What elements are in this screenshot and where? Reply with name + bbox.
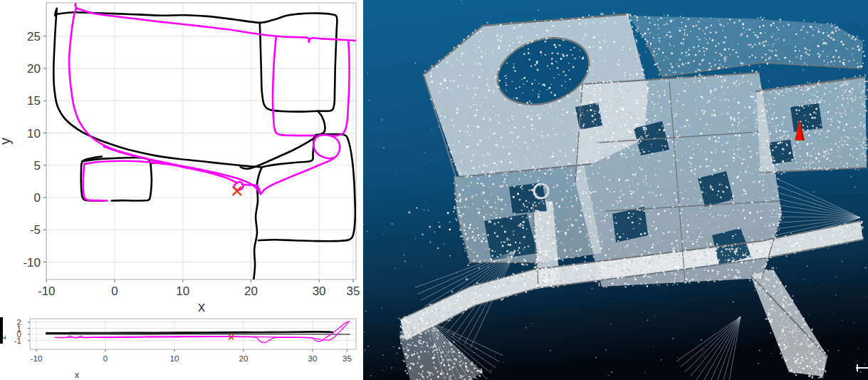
trajectory-plots-panel: -10010203035-10-50510152025xy -100102030…	[0, 0, 363, 380]
svg-text:20: 20	[239, 354, 249, 363]
trajectory_black-path	[46, 332, 350, 335]
svg-text:10: 10	[170, 354, 179, 363]
pointcloud-panel	[363, 0, 868, 380]
svg-text:0: 0	[103, 354, 108, 363]
svg-text:-1: -1	[14, 337, 21, 345]
svg-text:-10: -10	[31, 354, 43, 363]
xz-elevation-plot: -10010203035210-1xz	[0, 316, 363, 380]
svg-text:-5: -5	[30, 223, 41, 237]
xy_plot-xlabel: x	[198, 299, 205, 314]
svg-text:-10: -10	[38, 284, 56, 298]
trajectory_magenta-path	[69, 2, 357, 201]
svg-text:30: 30	[308, 354, 318, 363]
svg-text:35: 35	[346, 284, 360, 298]
svg-text:-10: -10	[23, 256, 41, 269]
svg-text:0: 0	[34, 191, 41, 205]
pointcloud-3d-view	[363, 0, 868, 380]
svg-text:35: 35	[343, 354, 352, 363]
svg-text:30: 30	[313, 284, 326, 298]
trajectory_black-path	[53, 9, 355, 280]
svg-text:10: 10	[27, 127, 41, 140]
svg-text:15: 15	[27, 94, 41, 108]
xy_plot-tick-labels: -10010203035-10-50510152025	[23, 30, 360, 298]
edge-artifact-bar	[0, 317, 3, 344]
svg-text:0: 0	[111, 284, 117, 298]
slam-visualization: -10010203035-10-50510152025xy -100102030…	[0, 0, 868, 380]
xy-trajectory-plot: -10010203035-10-50510152025xy	[0, 0, 363, 316]
svg-text:20: 20	[27, 62, 41, 76]
svg-text:20: 20	[244, 284, 258, 298]
svg-text:10: 10	[176, 284, 189, 298]
xz_plot-xlabel: x	[75, 370, 80, 380]
xy_plot-ylabel: y	[0, 138, 13, 145]
svg-text:5: 5	[34, 159, 41, 173]
svg-text:25: 25	[27, 30, 41, 43]
xy_plot-marker-x	[233, 187, 241, 195]
